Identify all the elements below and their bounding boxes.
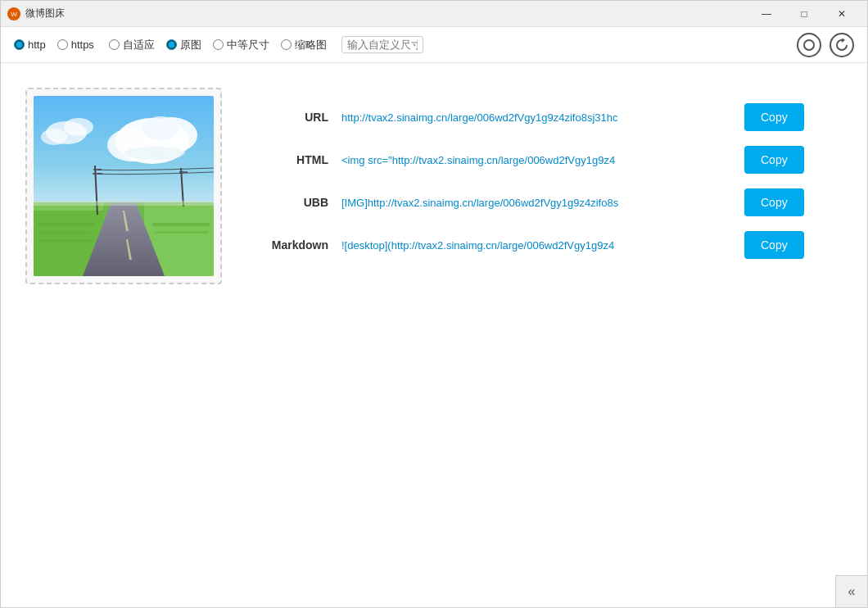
- app-title: 微博图床: [25, 7, 748, 20]
- thumbnail-label: 缩略图: [295, 38, 327, 52]
- original-radio[interactable]: [166, 39, 177, 50]
- https-radio-label[interactable]: https: [57, 39, 94, 51]
- https-label: https: [71, 39, 94, 51]
- http-radio[interactable]: [14, 39, 25, 50]
- toolbar: http https 自适应 原图 中等尺寸 缩略图: [1, 27, 867, 63]
- image-preview-inner: [34, 96, 214, 276]
- svg-rect-29: [34, 201, 214, 206]
- preview-image: [34, 96, 214, 276]
- svg-point-9: [64, 118, 93, 136]
- info-panel: URL http://tvax2.sinaimg.cn/large/006wd2…: [255, 88, 843, 583]
- markdown-label: Markdown: [255, 238, 328, 252]
- url-row: URL http://tvax2.sinaimg.cn/large/006wd2…: [255, 96, 843, 138]
- minimize-button[interactable]: —: [748, 1, 785, 27]
- adaptive-label: 自适应: [123, 38, 155, 52]
- ubb-value: [IMG]http://tvax2.sinaimg.cn/large/006wd…: [341, 197, 735, 209]
- size-group: 自适应 原图 中等尺寸 缩略图: [109, 38, 327, 52]
- url-label: URL: [255, 111, 328, 124]
- app-icon: W: [7, 7, 20, 20]
- svg-rect-25: [38, 231, 91, 234]
- original-label: 原图: [180, 38, 201, 52]
- url-value: http://tvax2.sinaimg.cn/large/006wd2fVgy…: [341, 111, 735, 124]
- circle-icon[interactable]: [797, 33, 821, 57]
- protocol-group: http https: [14, 39, 94, 51]
- ubb-copy-button[interactable]: Copy: [744, 188, 804, 216]
- html-row: HTML <img src="http://tvax2.sinaimg.cn/l…: [255, 138, 843, 181]
- url-copy-button[interactable]: Copy: [744, 103, 804, 131]
- markdown-value: ![desktop](http://tvax2.sinaimg.cn/large…: [341, 239, 735, 252]
- svg-text:W: W: [11, 11, 17, 18]
- toolbar-right: [797, 33, 854, 57]
- refresh-icon[interactable]: [830, 33, 854, 57]
- svg-point-10: [41, 129, 67, 145]
- medium-radio[interactable]: [213, 39, 224, 50]
- svg-point-2: [804, 40, 814, 50]
- markdown-row: Markdown ![desktop](http://tvax2.sinaimg…: [255, 224, 843, 266]
- svg-rect-28: [155, 231, 208, 234]
- svg-point-11: [124, 147, 186, 160]
- svg-rect-27: [152, 223, 210, 226]
- ubb-label: UBB: [255, 196, 328, 209]
- sidebar-collapse-button[interactable]: «: [835, 575, 868, 608]
- image-preview: [25, 88, 222, 284]
- medium-radio-label[interactable]: 中等尺寸: [213, 38, 269, 52]
- medium-label: 中等尺寸: [227, 38, 269, 52]
- window-controls: — □ ✕: [748, 1, 861, 27]
- thumbnail-radio[interactable]: [281, 39, 292, 50]
- thumbnail-radio-label[interactable]: 缩略图: [281, 38, 327, 52]
- maximize-button[interactable]: □: [785, 1, 823, 27]
- http-label: http: [28, 39, 46, 51]
- adaptive-radio-label[interactable]: 自适应: [109, 38, 155, 52]
- html-label: HTML: [255, 153, 328, 166]
- html-value: <img src="http://tvax2.sinaimg.cn/large/…: [341, 154, 735, 166]
- original-radio-label[interactable]: 原图: [166, 38, 201, 52]
- close-button[interactable]: ✕: [823, 1, 861, 27]
- https-radio[interactable]: [57, 39, 68, 50]
- adaptive-radio[interactable]: [109, 39, 120, 50]
- ubb-row: UBB [IMG]http://tvax2.sinaimg.cn/large/0…: [255, 181, 843, 224]
- html-copy-button[interactable]: Copy: [744, 146, 804, 174]
- http-radio-label[interactable]: http: [14, 39, 46, 51]
- svg-rect-26: [38, 239, 93, 242]
- markdown-copy-button[interactable]: Copy: [744, 231, 804, 259]
- custom-size-input[interactable]: [341, 36, 423, 53]
- svg-point-7: [142, 116, 179, 141]
- main-content: URL http://tvax2.sinaimg.cn/large/006wd2…: [1, 63, 867, 607]
- svg-rect-24: [38, 223, 95, 226]
- title-bar: W 微博图床 — □ ✕: [1, 1, 867, 27]
